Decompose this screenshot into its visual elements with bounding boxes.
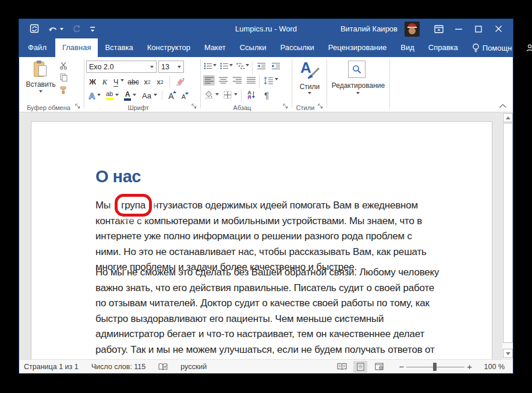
tab-mailings[interactable]: Рассылки bbox=[273, 38, 321, 57]
grow-font-button[interactable]: А bbox=[166, 90, 176, 101]
undo-dropdown-caret[interactable] bbox=[60, 28, 63, 30]
superscript-button[interactable]: x2 bbox=[155, 76, 165, 87]
redo-button-disabled[interactable] bbox=[72, 24, 81, 33]
line-spacing-button[interactable] bbox=[263, 75, 274, 86]
page-count-status[interactable]: Страница 1 из 1 bbox=[24, 363, 79, 371]
align-center-button[interactable] bbox=[217, 75, 229, 86]
ribbon-display-options-icon[interactable] bbox=[429, 19, 449, 38]
share-button[interactable]: Поделиться bbox=[519, 38, 532, 57]
show-formatting-button[interactable]: ¶ bbox=[261, 89, 272, 101]
minimize-button[interactable] bbox=[449, 19, 469, 38]
zoom-slider-thumb[interactable] bbox=[433, 363, 437, 371]
editing-label[interactable]: Редактирование bbox=[327, 82, 389, 90]
numbering-button[interactable] bbox=[219, 61, 229, 70]
scrollbar-thumb[interactable] bbox=[503, 123, 513, 343]
multilevel-caret-icon[interactable] bbox=[246, 64, 249, 66]
bullets-button[interactable] bbox=[203, 61, 213, 70]
word-count-status[interactable]: Число слов: 115 bbox=[91, 363, 146, 371]
underline-caret-icon[interactable] bbox=[120, 79, 124, 82]
find-button[interactable] bbox=[348, 61, 366, 78]
tab-references[interactable]: Ссылки bbox=[233, 38, 274, 57]
read-mode-icon bbox=[337, 363, 347, 370]
multilevel-list-button[interactable] bbox=[236, 61, 246, 70]
tab-insert[interactable]: Вставка bbox=[98, 38, 140, 57]
vertical-scrollbar[interactable] bbox=[502, 112, 513, 359]
collapse-ribbon-button[interactable] bbox=[499, 104, 507, 108]
styles-brush-icon bbox=[305, 67, 320, 80]
zoom-level-status[interactable]: 100 % bbox=[481, 363, 505, 371]
bold-button[interactable]: Ж bbox=[87, 76, 98, 87]
bullets-icon bbox=[204, 62, 212, 70]
paste-button[interactable]: Вставить bbox=[26, 59, 55, 102]
underline-button[interactable]: Ч bbox=[111, 76, 120, 87]
strikethrough-button[interactable]: abc bbox=[126, 76, 140, 87]
align-right-button[interactable] bbox=[231, 75, 243, 86]
align-left-button[interactable] bbox=[203, 75, 215, 86]
shading-button[interactable] bbox=[203, 90, 215, 100]
paragraph-2-line-5: администратор бегает и что-то настраивае… bbox=[95, 327, 439, 342]
scroll-up-button[interactable] bbox=[503, 113, 513, 122]
tell-me-button[interactable]: Помощн bbox=[465, 38, 519, 57]
document-page[interactable]: О нас Мы – група энтузиастов одержимых и… bbox=[31, 121, 492, 359]
read-mode-button[interactable] bbox=[335, 361, 349, 373]
proofing-status-icon[interactable] bbox=[158, 363, 168, 371]
shading-caret-icon[interactable] bbox=[215, 93, 219, 95]
font-name-combo[interactable]: Exo 2.0 bbox=[86, 61, 157, 73]
line-spacing-caret-icon[interactable] bbox=[275, 78, 278, 80]
borders-caret-icon[interactable] bbox=[234, 93, 237, 95]
tab-layout[interactable]: Макет bbox=[197, 38, 233, 57]
font-dialog-launcher-icon[interactable] bbox=[191, 104, 198, 111]
scroll-down-button[interactable] bbox=[503, 349, 513, 358]
copy-button[interactable] bbox=[58, 72, 69, 83]
justify-button[interactable] bbox=[245, 75, 257, 86]
font-size-combo[interactable]: 13 bbox=[158, 61, 184, 73]
customize-quick-access-icon[interactable] bbox=[90, 26, 95, 33]
tab-home[interactable]: Главная bbox=[55, 38, 98, 57]
change-case-button[interactable]: Аа bbox=[140, 90, 153, 101]
maximize-button[interactable] bbox=[469, 19, 488, 38]
tab-design[interactable]: Конструктор bbox=[140, 38, 197, 57]
undo-button[interactable] bbox=[48, 25, 63, 33]
numbering-caret-icon[interactable] bbox=[229, 64, 233, 66]
paragraph-dialog-launcher-icon[interactable] bbox=[283, 104, 290, 111]
font-color-button[interactable]: А bbox=[123, 90, 132, 101]
save-icon[interactable] bbox=[30, 24, 40, 34]
editing-caret-icon[interactable] bbox=[356, 92, 360, 94]
zoom-out-button[interactable]: − bbox=[396, 362, 406, 371]
account-user-name[interactable]: Виталий Каиров bbox=[341, 24, 398, 33]
tab-file[interactable]: Файл bbox=[19, 38, 55, 57]
zoom-slider[interactable] bbox=[406, 362, 464, 371]
font-color-caret-icon[interactable] bbox=[133, 94, 136, 96]
clipboard-dialog-launcher-icon[interactable] bbox=[75, 104, 82, 111]
decrease-indent-button[interactable] bbox=[256, 61, 267, 70]
cut-button[interactable] bbox=[58, 61, 69, 71]
tab-view[interactable]: Вид bbox=[393, 38, 421, 57]
text-effects-caret-icon[interactable] bbox=[97, 94, 101, 96]
italic-button[interactable]: К bbox=[100, 76, 109, 87]
paragraph-2-line-2: важно знать, что его действия правильные… bbox=[95, 281, 439, 296]
highlight-caret-icon[interactable] bbox=[115, 94, 119, 96]
shrink-font-button[interactable]: А bbox=[179, 91, 189, 101]
format-painter-button[interactable] bbox=[58, 85, 69, 95]
language-status[interactable]: русский bbox=[180, 363, 207, 371]
text-effects-button[interactable]: А bbox=[87, 90, 97, 101]
styles-label[interactable]: Стили bbox=[292, 83, 327, 91]
bullets-caret-icon[interactable] bbox=[213, 64, 217, 66]
print-layout-button[interactable] bbox=[353, 361, 367, 373]
highlight-color-button[interactable]: ab bbox=[104, 90, 115, 101]
avatar[interactable] bbox=[405, 22, 420, 37]
web-layout-button[interactable] bbox=[372, 361, 386, 373]
zoom-in-button[interactable]: + bbox=[464, 362, 474, 371]
sort-button[interactable]: АЯ bbox=[244, 89, 258, 101]
clear-formatting-button[interactable] bbox=[175, 76, 187, 87]
tab-review[interactable]: Рецензирование bbox=[321, 38, 393, 57]
styles-button[interactable]: А bbox=[300, 60, 320, 81]
subscript-button[interactable]: x2 bbox=[142, 76, 152, 87]
close-button[interactable] bbox=[488, 19, 508, 38]
styles-dialog-launcher-icon[interactable] bbox=[318, 104, 325, 111]
change-case-caret-icon[interactable] bbox=[154, 94, 157, 96]
increase-indent-button[interactable] bbox=[270, 61, 281, 70]
styles-caret-icon[interactable] bbox=[308, 92, 311, 94]
borders-button[interactable] bbox=[222, 90, 233, 100]
tab-help[interactable]: Справка bbox=[421, 38, 465, 57]
